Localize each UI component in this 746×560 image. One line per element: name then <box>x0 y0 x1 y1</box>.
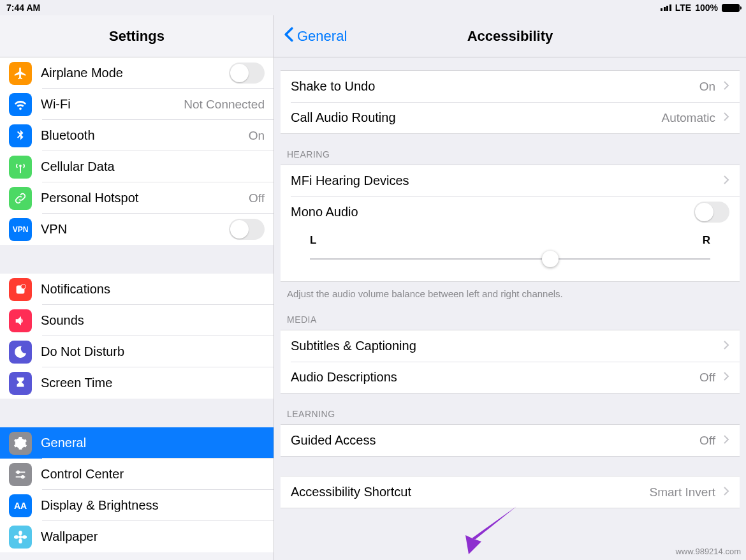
balance-label-left: L <box>310 234 316 247</box>
sidebar-item-label: Bluetooth <box>41 128 240 143</box>
group-interaction: Shake to Undo On Call Audio Routing Auto… <box>281 70 740 134</box>
group-footer-balance: Adjust the audio volume balance between … <box>274 282 746 299</box>
airplane-switch[interactable] <box>229 63 265 84</box>
sidebar-item-label: Screen Time <box>41 376 265 390</box>
sidebar-title: Settings <box>0 15 274 57</box>
sidebar-item-wifi[interactable]: Wi-Fi Not Connected <box>0 89 274 120</box>
moon-icon <box>9 341 32 364</box>
sidebar-item-bluetooth[interactable]: Bluetooth On <box>0 120 274 151</box>
chevron-left-icon <box>283 27 295 46</box>
sidebar-item-wallpaper[interactable]: Wallpaper <box>0 521 274 552</box>
speaker-icon <box>9 309 32 332</box>
airplane-icon <box>9 62 32 85</box>
group-learning: Guided Access Off <box>281 424 740 457</box>
row-label: Call Audio Routing <box>291 110 654 125</box>
chevron-right-icon <box>723 175 729 188</box>
sidebar-item-dnd[interactable]: Do Not Disturb <box>0 336 274 367</box>
row-mono-audio[interactable]: Mono Audio <box>281 196 740 228</box>
row-value: Off <box>699 434 715 448</box>
chevron-right-icon <box>723 112 729 124</box>
group-header-hearing: HEARING <box>274 134 746 165</box>
sidebar-item-value: Not Connected <box>184 98 265 112</box>
mono-audio-switch[interactable] <box>694 202 729 223</box>
vpn-switch[interactable] <box>229 219 265 240</box>
sliders-icon <box>9 463 32 486</box>
svg-point-7 <box>18 530 22 534</box>
notifications-icon <box>9 278 32 301</box>
detail-pane: General Accessibility Shake to Undo On C… <box>274 15 746 560</box>
sidebar-item-controlcenter[interactable]: Control Center <box>0 459 274 490</box>
settings-sidebar: Settings Airplane Mode Wi-Fi Not C <box>0 15 274 560</box>
sidebar-item-cellular[interactable]: Cellular Data <box>0 151 274 182</box>
sidebar-item-display[interactable]: AA Display & Brightness <box>0 490 274 521</box>
sidebar-item-screentime[interactable]: Screen Time <box>0 367 274 399</box>
sidebar-item-value: Off <box>249 191 265 205</box>
row-value: On <box>699 80 715 94</box>
row-label: Audio Descriptions <box>291 370 692 385</box>
row-shake-to-undo[interactable]: Shake to Undo On <box>281 71 740 102</box>
detail-navbar: General Accessibility <box>274 15 746 57</box>
status-carrier: LTE <box>675 3 691 13</box>
row-subtitles-captioning[interactable]: Subtitles & Captioning <box>281 330 740 362</box>
row-value: Off <box>699 371 715 385</box>
sidebar-item-airplane[interactable]: Airplane Mode <box>0 57 274 89</box>
svg-point-9 <box>14 535 18 539</box>
svg-point-10 <box>22 535 27 539</box>
svg-point-1 <box>21 284 26 288</box>
watermark: www.989214.com <box>675 547 741 556</box>
group-header-learning: LEARNING <box>274 394 746 424</box>
signal-icon <box>661 4 671 11</box>
row-call-audio-routing[interactable]: Call Audio Routing Automatic <box>281 102 740 133</box>
group-hearing: MFi Hearing Devices Mono Audio L R <box>281 165 740 282</box>
sidebar-item-label: Personal Hotspot <box>41 191 240 205</box>
sidebar-item-general[interactable]: General <box>0 427 274 459</box>
row-label: Accessibility Shortcut <box>291 485 642 499</box>
antenna-icon <box>9 156 32 179</box>
annotation-arrow-icon <box>446 500 523 560</box>
row-value: Smart Invert <box>650 485 715 499</box>
chevron-right-icon <box>723 80 729 93</box>
sidebar-item-label: Airplane Mode <box>41 66 220 80</box>
sidebar-item-label: Cellular Data <box>41 159 265 174</box>
back-label: General <box>297 28 347 45</box>
sidebar-item-sounds[interactable]: Sounds <box>0 305 274 336</box>
bluetooth-icon <box>9 124 32 147</box>
sidebar-item-hotspot[interactable]: Personal Hotspot Off <box>0 182 274 214</box>
sidebar-item-label: Wi-Fi <box>41 97 175 112</box>
sidebar-item-value: On <box>249 129 265 143</box>
back-button[interactable]: General <box>283 27 347 46</box>
row-label: Subtitles & Captioning <box>291 339 715 353</box>
sidebar-item-label: VPN <box>41 222 220 237</box>
row-audio-descriptions[interactable]: Audio Descriptions Off <box>281 362 740 393</box>
flower-icon <box>9 526 32 549</box>
sidebar-item-label: Control Center <box>41 467 265 482</box>
sidebar-item-label: Display & Brightness <box>41 498 265 513</box>
row-label: Shake to Undo <box>291 79 692 94</box>
row-value: Automatic <box>662 111 715 125</box>
status-bar: 7:44 AM LTE 100% <box>0 0 746 15</box>
sidebar-item-vpn[interactable]: VPN VPN <box>0 214 274 245</box>
svg-point-6 <box>18 535 22 539</box>
row-guided-access[interactable]: Guided Access Off <box>281 425 740 456</box>
sidebar-item-label: Wallpaper <box>41 529 265 544</box>
sidebar-item-label: General <box>41 436 265 450</box>
status-time: 7:44 AM <box>6 3 40 13</box>
sidebar-item-notifications[interactable]: Notifications <box>0 274 274 305</box>
textsize-icon: AA <box>9 494 32 517</box>
chevron-right-icon <box>723 340 729 353</box>
sidebar-item-label: Notifications <box>41 282 265 297</box>
row-mfi-hearing-devices[interactable]: MFi Hearing Devices <box>281 165 740 196</box>
row-label: Guided Access <box>291 433 692 448</box>
chevron-right-icon <box>723 371 729 384</box>
chevron-right-icon <box>723 486 729 499</box>
svg-point-8 <box>18 538 22 543</box>
chevron-right-icon <box>723 434 729 447</box>
balance-slider[interactable] <box>310 249 710 269</box>
vpn-icon: VPN <box>9 218 32 241</box>
row-balance-slider: L R <box>281 228 740 281</box>
battery-icon <box>722 4 740 12</box>
hourglass-icon <box>9 372 32 395</box>
slider-thumb[interactable] <box>542 251 559 267</box>
sidebar-item-label: Do Not Disturb <box>41 344 265 359</box>
gear-icon <box>9 432 32 455</box>
